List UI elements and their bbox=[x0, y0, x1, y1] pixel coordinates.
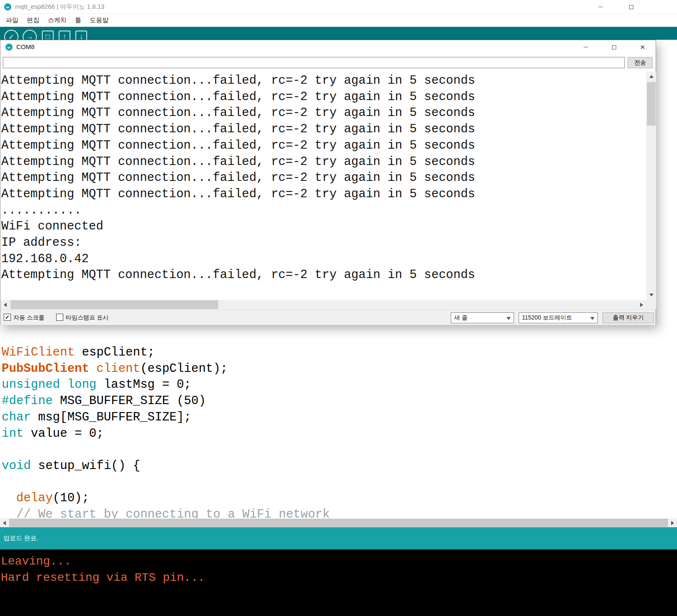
serial-line: Attempting MQTT connection...failed, rc=… bbox=[1, 170, 646, 186]
scrollbar-corner bbox=[646, 300, 656, 309]
serial-line: IP address: bbox=[1, 235, 646, 251]
serial-send-button[interactable]: 전송 bbox=[628, 57, 653, 68]
code-line: #define MSG_BUFFER_SIZE (50) bbox=[2, 393, 677, 410]
timestamp-label: 타임스탬프 표시 bbox=[66, 314, 109, 322]
scroll-up-icon[interactable] bbox=[646, 72, 656, 81]
serial-line: Attempting MQTT connection...failed, rc=… bbox=[1, 73, 646, 89]
ide-minimize-button[interactable] bbox=[592, 0, 609, 14]
scroll-right-icon[interactable] bbox=[668, 518, 677, 527]
serial-line: Attempting MQTT connection...failed, rc=… bbox=[1, 267, 646, 284]
serial-vscroll-thumb[interactable] bbox=[647, 82, 656, 126]
serial-close-button[interactable]: ✕ bbox=[633, 40, 652, 54]
serial-options-bar: 자동 스크롤 타임스탬프 표시 새 줄 115200 보드레이트 출력 지우기 bbox=[0, 309, 656, 325]
ide-toolbar: ✓ → □ ↑ ↓ bbox=[0, 27, 677, 40]
code-line bbox=[2, 474, 677, 491]
console-line: Hard resetting via RTS pin... bbox=[1, 570, 677, 586]
serial-output[interactable]: Attempting MQTT connection...failed, rc=… bbox=[0, 72, 646, 300]
ide-maximize-button[interactable] bbox=[623, 0, 640, 14]
serial-maximize-button[interactable] bbox=[605, 40, 624, 54]
code-line: PubSubClient client(espClient); bbox=[2, 361, 677, 377]
status-message: 업로드 완료. bbox=[3, 534, 38, 542]
code-editor[interactable]: WiFiClient espClient;PubSubClient client… bbox=[0, 325, 677, 518]
serial-line: WiFi connected bbox=[1, 219, 646, 235]
menu-help[interactable]: 도움말 bbox=[85, 15, 113, 26]
ide-hscroll-thumb[interactable] bbox=[9, 519, 668, 527]
upload-button-icon[interactable]: → bbox=[23, 30, 37, 40]
scroll-left-icon[interactable] bbox=[0, 518, 9, 527]
chevron-down-icon bbox=[590, 317, 594, 320]
menu-tools[interactable]: 툴 bbox=[71, 15, 85, 26]
serial-line: Attempting MQTT connection...failed, rc=… bbox=[1, 89, 646, 106]
code-line: // We start by connecting to a WiFi netw… bbox=[2, 507, 677, 518]
scroll-down-icon[interactable] bbox=[646, 290, 656, 300]
code-line bbox=[2, 442, 677, 458]
serial-line: Attempting MQTT connection...failed, rc=… bbox=[1, 154, 646, 170]
code-line: char msg[MSG_BUFFER_SIZE]; bbox=[2, 410, 677, 426]
scroll-right-icon[interactable] bbox=[637, 300, 646, 309]
serial-line: Attempting MQTT connection...failed, rc=… bbox=[1, 138, 646, 154]
code-line: WiFiClient espClient; bbox=[2, 345, 677, 361]
menu-edit[interactable]: 편집 bbox=[23, 15, 44, 26]
code-line: unsigned long lastMsg = 0; bbox=[2, 377, 677, 393]
serial-line: ........... bbox=[1, 203, 646, 219]
serial-titlebar[interactable]: ∞ COM8 ✕ bbox=[0, 40, 656, 54]
serial-monitor-window: ∞ COM8 ✕ 전송 Attempting MQTT connection..… bbox=[0, 40, 656, 325]
menu-file[interactable]: 파일 bbox=[2, 15, 23, 26]
timestamp-checkbox[interactable] bbox=[56, 314, 63, 321]
save-sketch-button-icon[interactable]: ↓ bbox=[75, 31, 87, 40]
serial-window-title: COM8 bbox=[16, 43, 34, 50]
baud-rate-value: 115200 보드레이트 bbox=[522, 314, 572, 322]
arduino-logo-icon: ∞ bbox=[5, 44, 13, 51]
line-ending-select[interactable]: 새 줄 bbox=[451, 312, 514, 323]
baud-rate-select[interactable]: 115200 보드레이트 bbox=[519, 312, 598, 323]
code-line: void setup_wifi() { bbox=[2, 458, 677, 474]
new-sketch-button-icon[interactable]: □ bbox=[42, 31, 54, 40]
menu-sketch[interactable]: 스케치 bbox=[44, 15, 71, 26]
line-ending-value: 새 줄 bbox=[454, 314, 468, 322]
verify-button-icon[interactable]: ✓ bbox=[4, 30, 18, 40]
clear-output-button[interactable]: 출력 지우기 bbox=[602, 312, 654, 323]
serial-input-row: 전송 bbox=[0, 54, 656, 72]
serial-line: Attempting MQTT connection...failed, rc=… bbox=[1, 105, 646, 121]
serial-line: Attempting MQTT connection...failed, rc=… bbox=[1, 121, 646, 138]
code-line: int value = 0; bbox=[2, 426, 677, 442]
ide-menubar: 파일편집스케치툴도움말 bbox=[0, 14, 677, 27]
serial-minimize-button[interactable] bbox=[576, 40, 595, 54]
console-line: Leaving... bbox=[1, 554, 677, 570]
ide-console-output[interactable]: Leaving...Hard resetting via RTS pin... bbox=[0, 549, 677, 616]
chevron-down-icon bbox=[506, 317, 511, 320]
ide-statusbar: 업로드 완료. bbox=[0, 527, 677, 549]
autoscroll-checkbox[interactable] bbox=[4, 314, 11, 321]
scroll-left-icon[interactable] bbox=[0, 300, 10, 309]
serial-horizontal-scrollbar[interactable] bbox=[0, 300, 646, 309]
ide-window-title: mqtt_esp8266 | 아두이노 1.8.13 bbox=[15, 3, 104, 11]
ide-titlebar: ∞ mqtt_esp8266 | 아두이노 1.8.13 bbox=[0, 0, 677, 14]
ide-horizontal-scrollbar[interactable] bbox=[0, 518, 677, 527]
serial-line: 192.168.0.42 bbox=[1, 251, 646, 268]
serial-hscroll-thumb[interactable] bbox=[10, 300, 218, 309]
arduino-logo-icon: ∞ bbox=[4, 3, 11, 10]
serial-vertical-scrollbar[interactable] bbox=[646, 72, 656, 300]
open-sketch-button-icon[interactable]: ↑ bbox=[59, 31, 70, 40]
autoscroll-label: 자동 스크롤 bbox=[13, 314, 44, 322]
code-line: delay(10); bbox=[2, 490, 677, 507]
serial-line: Attempting MQTT connection...failed, rc=… bbox=[1, 186, 646, 203]
serial-send-input[interactable] bbox=[3, 57, 625, 68]
